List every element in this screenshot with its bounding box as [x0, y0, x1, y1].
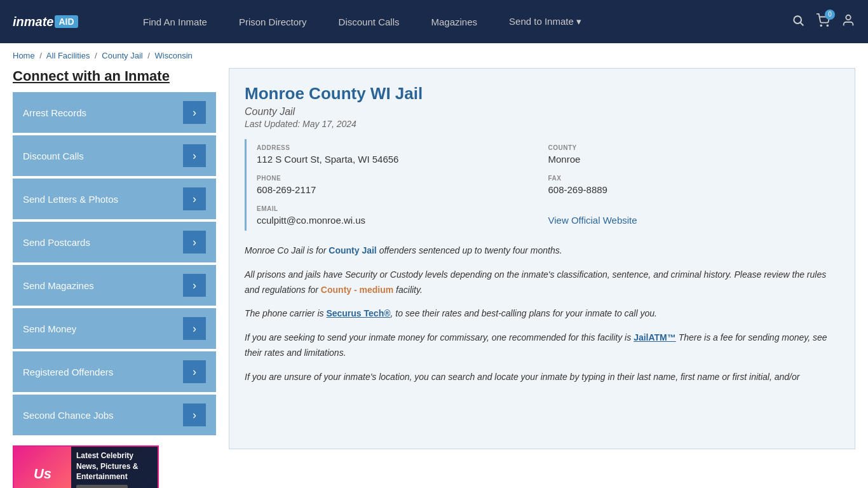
county-value: Monroe	[548, 154, 832, 165]
breadcrumb-state[interactable]: Wisconsin	[155, 51, 193, 60]
sidebar-arrow-send-money: ›	[183, 317, 206, 340]
phone-cell: PHONE 608-269-2117	[257, 170, 548, 200]
email-label: EMAIL	[257, 205, 541, 212]
sidebar-advertisement[interactable]: Us Latest Celebrity News, Pictures & Ent…	[13, 445, 159, 488]
header-icons: 0	[792, 13, 855, 30]
sidebar-arrow-arrest-records: ›	[183, 101, 206, 124]
description-para-3: The phone carrier is Securus Tech®, to s…	[245, 306, 839, 322]
description-para-4: If you are seeking to send your inmate m…	[245, 330, 839, 361]
sidebar-arrow-send-magazines: ›	[183, 274, 206, 297]
email-cell: EMAIL cculpitt@co.monroe.wi.us	[257, 200, 548, 231]
sidebar-arrow-second-chance-jobs: ›	[183, 403, 206, 426]
sidebar-menu: Arrest Records › Discount Calls › Send L…	[13, 92, 216, 435]
sidebar-item-send-postcards[interactable]: Send Postcards ›	[13, 222, 216, 262]
county-label: COUNTY	[548, 144, 832, 151]
sidebar-item-registered-offenders[interactable]: Registered Offenders ›	[13, 351, 216, 392]
sidebar-arrow-send-letters: ›	[183, 187, 206, 210]
svg-line-1	[801, 22, 804, 25]
breadcrumb: Home / All Facilities / County Jail / Wi…	[0, 43, 868, 68]
sidebar-item-send-magazines[interactable]: Send Magazines ›	[13, 265, 216, 306]
cart-icon[interactable]: 0	[816, 13, 830, 30]
sidebar-item-arrest-records[interactable]: Arrest Records ›	[13, 92, 216, 133]
facility-type: County Jail	[245, 106, 839, 118]
address-value: 112 S Court St, Sparta, WI 54656	[257, 154, 541, 165]
sidebar-title: Connect with an Inmate	[13, 68, 216, 85]
svg-point-2	[820, 25, 822, 26]
main-nav: Find An Inmate Prison Directory Discount…	[127, 0, 773, 43]
nav-magazines[interactable]: Magazines	[415, 0, 493, 43]
sidebar-arrow-send-postcards: ›	[183, 231, 206, 254]
facility-info-grid: ADDRESS 112 S Court St, Sparta, WI 54656…	[245, 139, 839, 231]
description-para-5: If you are unsure of your inmate's locat…	[245, 370, 839, 385]
description-para-1: Monroe Co Jail is for County Jail offend…	[245, 243, 839, 259]
view-official-website-link[interactable]: View Official Website	[548, 215, 637, 226]
securus-tech-link[interactable]: Securus Tech®	[326, 308, 390, 318]
jailatm-link[interactable]: JailATM™	[634, 332, 676, 342]
nav-prison-directory[interactable]: Prison Directory	[223, 0, 323, 43]
search-icon[interactable]	[792, 14, 804, 30]
sidebar-item-second-chance-jobs[interactable]: Second Chance Jobs ›	[13, 395, 216, 435]
svg-point-4	[846, 15, 850, 19]
user-icon[interactable]	[841, 13, 855, 30]
cart-count: 0	[825, 10, 835, 20]
ad-content: Latest Celebrity News, Pictures & Entert…	[71, 445, 158, 488]
site-logo[interactable]: inmate AID	[13, 15, 95, 29]
breadcrumb-all-facilities[interactable]: All Facilities	[46, 51, 90, 60]
address-cell: ADDRESS 112 S Court St, Sparta, WI 54656	[257, 139, 548, 170]
fax-label: FAX	[548, 175, 832, 182]
nav-send-to-inmate[interactable]: Send to Inmate ▾	[493, 0, 597, 43]
facility-name: Monroe County WI Jail	[245, 84, 839, 104]
facility-last-updated: Last Updated: May 17, 2024	[245, 119, 839, 129]
email-value: cculpitt@co.monroe.wi.us	[257, 215, 541, 226]
county-cell: COUNTY Monroe	[548, 139, 840, 170]
breadcrumb-county-jail[interactable]: County Jail	[102, 51, 142, 60]
nav-discount-calls[interactable]: Discount Calls	[323, 0, 416, 43]
sidebar-item-send-money[interactable]: Send Money ›	[13, 308, 216, 349]
ad-subscribe-button[interactable]: Subscribe Now	[76, 485, 128, 488]
website-cell: View Official Website	[548, 200, 840, 231]
address-label: ADDRESS	[257, 144, 541, 151]
ad-logo: Us	[14, 445, 71, 488]
nav-find-inmate[interactable]: Find An Inmate	[127, 0, 223, 43]
fax-value: 608-269-8889	[548, 184, 832, 195]
phone-value: 608-269-2117	[257, 184, 541, 195]
fax-cell: FAX 608-269-8889	[548, 170, 840, 200]
description-para-2: All prisons and jails have Security or C…	[245, 268, 839, 298]
sidebar-item-discount-calls[interactable]: Discount Calls ›	[13, 135, 216, 176]
facility-description: Monroe Co Jail is for County Jail offend…	[245, 243, 839, 385]
svg-point-3	[827, 25, 828, 26]
sidebar-item-send-letters[interactable]: Send Letters & Photos ›	[13, 179, 216, 219]
facility-content: Monroe County WI Jail County Jail Last U…	[229, 68, 855, 449]
sidebar: Connect with an Inmate Arrest Records › …	[13, 68, 216, 488]
phone-label: PHONE	[257, 175, 541, 182]
svg-point-0	[794, 16, 801, 24]
sidebar-arrow-registered-offenders: ›	[183, 360, 206, 383]
breadcrumb-home[interactable]: Home	[13, 51, 35, 60]
sidebar-arrow-discount-calls: ›	[183, 144, 206, 167]
